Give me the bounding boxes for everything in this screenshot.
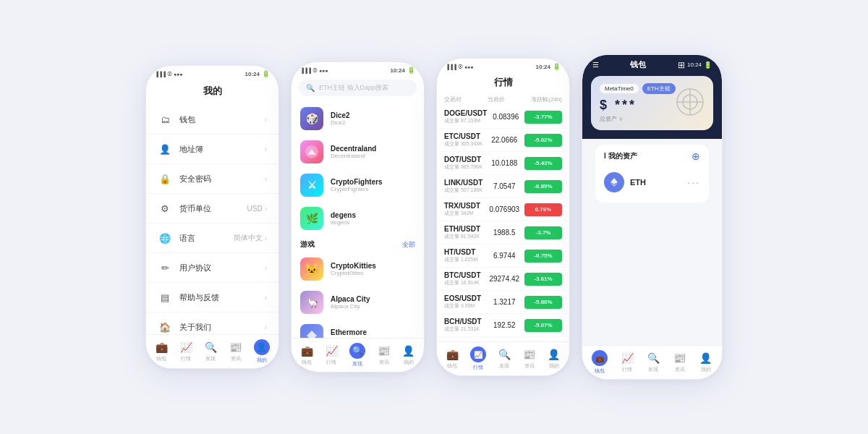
market-row-9[interactable]: BCH/USDT 成交量 21.531K 192.52 -5.07% [437, 314, 569, 337]
nav3-news-label: 资讯 [524, 362, 535, 370]
nav3-market[interactable]: 📈 行情 [470, 346, 486, 371]
asset-eth-row[interactable]: ETH ··· [604, 168, 700, 197]
nav2-market[interactable]: 📈 行情 [325, 344, 338, 366]
menu-currency-value: USD › [247, 205, 267, 213]
time-3: 10:24 [536, 64, 550, 70]
status-bar-4: ☰ 钱包 ⊞ 10:24 🔋 [582, 55, 722, 70]
menu-help[interactable]: ▤ 帮助与反馈 › [146, 283, 278, 312]
nav1-mine[interactable]: 👤 我的 [254, 339, 270, 364]
market-row-4[interactable]: TRX/USDT 成交量 342M 0.076903 0.76% [437, 198, 569, 221]
nav4-wallet-label: 钱包 [595, 367, 605, 375]
nav3-wallet[interactable]: 💼 钱包 [446, 348, 459, 370]
menu-security[interactable]: 🔒 安全密码 › [146, 164, 278, 194]
game-alpaca[interactable]: 🦙 Alpaca City Alpaca City [292, 286, 424, 319]
market-row-0[interactable]: DOGE/USDT 成交量 87.193M 0.08396 -3.77% [437, 106, 569, 129]
nav2-mine[interactable]: 👤 我的 [402, 344, 415, 366]
nav2-news[interactable]: 📰 资讯 [378, 344, 391, 366]
pair-name-2: DOT/USDT [444, 156, 485, 163]
nav2-discover[interactable]: 🔍 发现 [349, 343, 365, 367]
nav3-news[interactable]: 📰 资讯 [523, 348, 536, 370]
phone-wallet: ☰ 钱包 ⊞ 10:24 🔋 MetaTime0 ETH主链 $ *** 总 [582, 54, 723, 380]
market-rows: DOGE/USDT 成交量 87.193M 0.08396 -3.77% ETC… [437, 106, 569, 360]
wallet-dark-header: ☰ 钱包 ⊞ 10:24 🔋 MetaTime0 ETH主链 $ *** 总 [582, 55, 722, 139]
nav4-market[interactable]: 📈 行情 [621, 352, 634, 373]
nav1-market[interactable]: 📈 行情 [179, 341, 192, 362]
alpaca-info: Alpaca City Alpaca City [331, 295, 415, 310]
dice2-name: Dice2 [331, 111, 415, 119]
market-row-3[interactable]: LINK/USDT 成交量 507.198K 7.0547 -6.89% [437, 175, 569, 198]
market-row-7[interactable]: BTC/USDT 成交量 16.914K 29274.42 -3.61% [437, 268, 569, 291]
eth-icon [604, 172, 624, 192]
nav1-wallet[interactable]: 💼 钱包 [155, 341, 168, 362]
market-row-6[interactable]: HT/USDT 成交量 1.025M 6.9744 -0.75% [437, 244, 569, 268]
change-badge-2: -5.43% [524, 157, 562, 170]
search-bar[interactable]: 🔍 ETH主链 输入Dapp搜索 [299, 80, 417, 96]
nav4-mine[interactable]: 👤 我的 [699, 352, 712, 373]
pair-name-5: ETH/USDT [444, 225, 485, 233]
market-row-8[interactable]: EOS/USDT 成交量 3.99M 1.3217 -5.88% [437, 291, 569, 314]
game-cryptokitties[interactable]: 🐱 CryptoKitties CryptoKitties [292, 252, 424, 286]
decentraland-icon [300, 140, 323, 163]
eth-logo [608, 176, 620, 188]
status-right-2: 10:24 🔋 [391, 67, 415, 74]
nav4-news-label: 资讯 [675, 366, 685, 373]
dots-3: ●●● [464, 64, 474, 69]
phone-discover: ▐▐▐ ⦿ ●●● 10:24 🔋 🔍 ETH主链 输入Dapp搜索 🎲 Dic… [291, 61, 425, 373]
menu-wallet[interactable]: 🗂 钱包 › [146, 105, 278, 135]
pair-1: ETC/USDT 成交量 305.343K [444, 132, 485, 148]
nav2-wallet[interactable]: 💼 钱包 [300, 344, 313, 366]
cryptofighters-icon: ⚔ [300, 174, 323, 197]
status-right-1: 10:24 🔋 [245, 70, 270, 77]
nav1-news[interactable]: 📰 资讯 [229, 341, 242, 362]
menu-agreement-left: ✏ 用户协议 [158, 260, 211, 275]
menu-currency[interactable]: ⚙ 货币单位 USD › [146, 194, 278, 224]
market-row-2[interactable]: DOT/USDT 成交量 865.796K 10.0188 -5.43% [437, 152, 569, 175]
dapp-decentraland[interactable]: Decentraland Decentraland [292, 135, 424, 169]
nav1-discover[interactable]: 🔍 发现 [204, 341, 217, 362]
nav3-discover-icon: 🔍 [498, 348, 511, 361]
menu-agreement[interactable]: ✏ 用户协议 › [146, 253, 278, 283]
games-more[interactable]: 全部 [402, 240, 415, 250]
language-icon: 🌐 [158, 231, 172, 245]
phone2-content: 🔍 ETH主链 输入Dapp搜索 🎲 Dice2 Dice2 [292, 75, 424, 373]
menu-agreement-label: 用户协议 [179, 263, 211, 273]
menu-language[interactable]: 🌐 语言 简体中文 › [146, 224, 278, 253]
nav4-market-icon: 📈 [621, 352, 634, 365]
signal-icon-2: ▐▐▐ [300, 68, 311, 73]
assets-title: I 我的资产 [604, 151, 637, 161]
col-change: 涨跌幅(24h) [531, 95, 562, 103]
nav3-mine[interactable]: 👤 我的 [548, 348, 561, 370]
dapp-degens[interactable]: 🌿 degens degens [292, 202, 424, 235]
dapp-dice2[interactable]: 🎲 Dice2 Dice2 [292, 102, 424, 135]
wifi-icon-3: ⦿ [458, 64, 463, 69]
add-asset-icon[interactable]: ⊕ [692, 150, 700, 162]
chevron-about: › [265, 323, 267, 331]
dapp-cryptofighters[interactable]: ⚔ CryptoFighters CryptoFighters [292, 169, 424, 202]
decentraland-info: Decentraland Decentraland [331, 145, 415, 159]
nav4-news[interactable]: 📰 资讯 [673, 352, 686, 373]
change-badge-5: -3.7% [524, 226, 562, 239]
nav4-wallet[interactable]: 💼 钱包 [592, 350, 608, 375]
pair-name-0: DOGE/USDT [444, 109, 487, 117]
menu-wallet-label: 钱包 [179, 114, 195, 125]
menu-currency-left: ⚙ 货币单位 [158, 201, 211, 216]
market-row-1[interactable]: ETC/USDT 成交量 305.343K 22.0666 -5.02% [437, 129, 569, 152]
phone1-content: 我的 🗂 钱包 › 👤 地址簿 › 🔒 安全密码 [146, 79, 278, 369]
signal-icon-3: ▐▐▐ [446, 64, 456, 69]
chevron-agreement: › [265, 264, 267, 272]
menu-address[interactable]: 👤 地址簿 › [146, 135, 278, 164]
nav1-news-icon: 📰 [229, 341, 242, 354]
nav4-discover[interactable]: 🔍 发现 [647, 352, 660, 373]
market-price-8: 1.3217 [485, 298, 525, 306]
market-row-5[interactable]: ETH/USDT 成交量 81.542K 1988.5 -3.7% [437, 221, 569, 244]
pair-vol-9: 成交量 21.531K [444, 326, 485, 333]
nav1-market-icon: 📈 [179, 341, 192, 354]
bottom-nav-1: 💼 钱包 📈 行情 🔍 发现 📰 资讯 👤 我的 [146, 334, 278, 368]
pair-vol-7: 成交量 16.914K [444, 279, 485, 286]
decentraland-name: Decentraland [331, 145, 415, 153]
asset-menu-icon[interactable]: ··· [687, 176, 700, 188]
pair-name-7: BTC/USDT [444, 271, 485, 279]
menu-wallet-left: 🗂 钱包 [158, 112, 195, 127]
nav3-discover[interactable]: 🔍 发现 [498, 348, 511, 370]
wallet-title-text: 钱包 [630, 59, 646, 70]
